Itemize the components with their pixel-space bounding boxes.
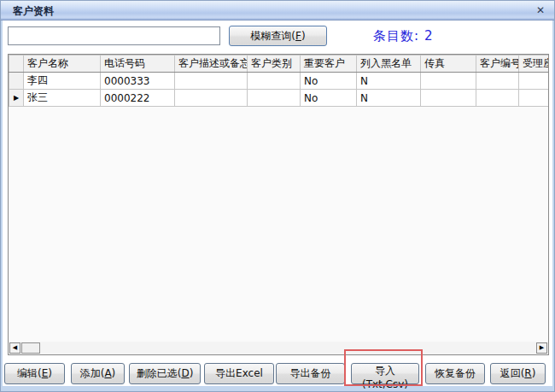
column-header-blacklist[interactable]: 列入黑名单 xyxy=(357,56,421,73)
entry-count-label: 条目数: xyxy=(373,28,419,44)
horizontal-scrollbar[interactable]: ◀ ▶ xyxy=(9,342,548,354)
export-backup-button[interactable]: 导出备份 xyxy=(276,363,345,384)
customer-info-window: 客户资料 ✕ 模糊查询(F) 条目数:2 客户名称 电话号码 客户描述或备忘 客… xyxy=(0,0,555,392)
column-header-phone[interactable]: 电话号码 xyxy=(101,56,175,73)
cell-agent-seat[interactable] xyxy=(519,90,550,107)
table-row[interactable]: 李四 0000333 No N xyxy=(9,73,550,90)
entry-count: 条目数:2 xyxy=(373,28,434,44)
fuzzy-search-button[interactable]: 模糊查询(F) xyxy=(229,26,327,46)
scrollbar-thumb[interactable] xyxy=(21,342,40,354)
column-header-important[interactable]: 重要客户 xyxy=(301,56,357,73)
cell-blacklist[interactable]: N xyxy=(357,73,421,90)
cell-customer-name[interactable]: 李四 xyxy=(24,73,101,90)
cell-fax[interactable] xyxy=(421,90,476,107)
titlebar: 客户资料 ✕ xyxy=(1,1,554,20)
cell-description[interactable] xyxy=(175,90,248,107)
header-row: 客户名称 电话号码 客户描述或备忘 客户类别 重要客户 列入黑名单 传真 客户编… xyxy=(9,56,550,73)
scroll-right-icon[interactable]: ▶ xyxy=(536,342,547,354)
restore-backup-button[interactable]: 恢复备份 xyxy=(425,363,485,384)
cell-fax[interactable] xyxy=(421,73,476,90)
column-header-agent-seat[interactable]: 受理座席 xyxy=(519,56,550,73)
cell-category[interactable] xyxy=(248,90,301,107)
search-input[interactable] xyxy=(8,26,220,45)
export-excel-button[interactable]: 导出Excel xyxy=(204,363,274,384)
entry-count-value: 2 xyxy=(424,28,434,44)
cell-customer-id[interactable] xyxy=(476,73,519,90)
add-button[interactable]: 添加(A) xyxy=(71,363,125,384)
return-button[interactable]: 返回(R) xyxy=(490,363,546,384)
customer-table: 客户名称 电话号码 客户描述或备忘 客户类别 重要客户 列入黑名单 传真 客户编… xyxy=(9,55,549,107)
close-icon[interactable]: ✕ xyxy=(536,3,545,17)
row-selector-cell[interactable] xyxy=(9,73,24,90)
current-row-indicator-icon[interactable]: ▶ xyxy=(9,90,24,107)
column-header-fax[interactable]: 传真 xyxy=(421,56,476,73)
cell-description[interactable] xyxy=(175,73,248,90)
column-header-customer-id[interactable]: 客户编号 xyxy=(476,56,519,73)
cell-customer-id[interactable] xyxy=(476,90,519,107)
cell-phone[interactable]: 0000333 xyxy=(101,73,175,90)
cell-important[interactable]: No xyxy=(301,90,357,107)
cell-agent-seat[interactable] xyxy=(519,73,550,90)
window-title: 客户资料 xyxy=(13,4,54,19)
column-header-customer-name[interactable]: 客户名称 xyxy=(24,56,101,73)
scroll-left-icon[interactable]: ◀ xyxy=(9,342,20,354)
edit-button[interactable]: 编辑(E) xyxy=(4,363,65,384)
cell-phone[interactable]: 0000222 xyxy=(101,90,175,107)
import-txt-csv-button[interactable]: 导入(Txt,Csv) xyxy=(351,363,419,384)
cell-important[interactable]: No xyxy=(301,73,357,90)
column-header-category[interactable]: 客户类别 xyxy=(248,56,301,73)
cell-category[interactable] xyxy=(248,73,301,90)
customer-grid: 客户名称 电话号码 客户描述或备忘 客户类别 重要客户 列入黑名单 传真 客户编… xyxy=(8,54,549,355)
cell-blacklist[interactable]: N xyxy=(357,90,421,107)
selector-header-cell xyxy=(9,56,24,73)
table-row[interactable]: ▶ 张三 0000222 No N xyxy=(9,90,550,107)
column-header-description[interactable]: 客户描述或备忘 xyxy=(175,56,248,73)
cell-customer-name[interactable]: 张三 xyxy=(24,90,101,107)
delete-selected-button[interactable]: 删除已选(D) xyxy=(129,363,201,384)
